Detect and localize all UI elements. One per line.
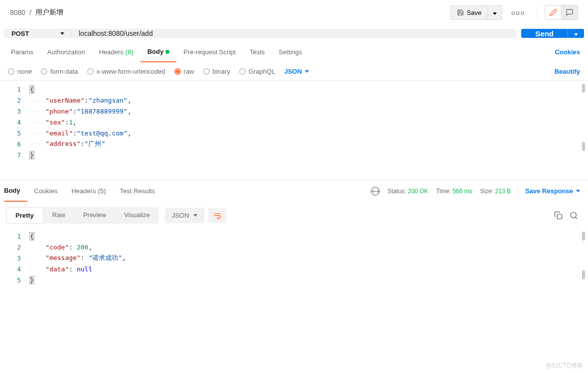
globe-icon[interactable]	[371, 187, 380, 196]
wrap-lines-button[interactable]	[208, 208, 226, 223]
tab-params[interactable]: Params	[4, 42, 40, 62]
body-type-formdata[interactable]: form-data	[41, 68, 78, 75]
breadcrumb-current[interactable]: 用户新增	[35, 8, 63, 17]
line-number: 2	[0, 244, 30, 251]
resp-tab-body[interactable]: Body	[4, 180, 27, 202]
tab-settings[interactable]: Settings	[272, 42, 309, 62]
scrollbar-thumb[interactable]	[582, 232, 585, 241]
chevron-down-icon	[574, 33, 578, 36]
save-icon	[457, 9, 464, 16]
save-response-button[interactable]: Save Response	[525, 187, 584, 195]
beautify-link[interactable]: Beautify	[555, 68, 580, 75]
line-number: 4	[0, 265, 30, 273]
line-number: 3	[0, 254, 30, 262]
line-number: 4	[0, 119, 30, 126]
radio-icon	[41, 68, 47, 75]
view-pretty[interactable]: Pretty	[6, 207, 43, 224]
line-number: 1	[0, 86, 30, 93]
body-type-raw[interactable]: raw	[174, 68, 194, 75]
line-number: 3	[0, 108, 30, 115]
http-method-value: POST	[11, 30, 29, 37]
resp-headers-count: (5)	[98, 187, 106, 195]
scrollbar-thumb[interactable]	[582, 84, 585, 93]
line-number: 5	[0, 129, 30, 137]
save-button[interactable]: Save	[450, 5, 488, 20]
comment-icon-button[interactable]	[562, 5, 578, 20]
scrollbar-thumb[interactable]	[582, 270, 585, 279]
size-label: Size:	[480, 188, 494, 195]
radio-icon	[87, 68, 94, 75]
radio-icon	[174, 68, 181, 75]
resp-tab-cookies[interactable]: Cookies	[27, 180, 65, 202]
size-value: 213 B	[495, 188, 511, 195]
radio-icon	[203, 68, 210, 75]
radio-icon	[8, 68, 14, 75]
radio-icon	[239, 68, 246, 75]
http-method-select[interactable]: POST	[4, 29, 72, 37]
line-number: 6	[0, 140, 30, 148]
copy-icon[interactable]	[554, 211, 563, 220]
edit-icon-button[interactable]	[545, 5, 562, 20]
view-preview[interactable]: Preview	[74, 207, 115, 224]
body-type-urlencoded[interactable]: x-www-form-urlencoded	[87, 68, 165, 75]
chevron-down-icon	[305, 70, 309, 73]
response-type-select[interactable]: JSON	[165, 208, 204, 223]
tab-headers-label: Headers	[99, 48, 124, 56]
send-button[interactable]: Send	[521, 29, 568, 38]
headers-count: (8)	[126, 48, 134, 56]
scrollbar-thumb[interactable]	[582, 142, 585, 151]
save-label: Save	[467, 9, 482, 16]
view-raw[interactable]: Raw	[43, 207, 74, 224]
request-body-editor[interactable]: 1{ 2····"userName":"zhangsan", 3····"pho…	[0, 81, 588, 180]
body-type-graphql[interactable]: GraphQL	[239, 68, 275, 75]
status-value: 200 OK	[408, 188, 429, 195]
chevron-down-icon	[193, 214, 197, 217]
svg-rect-1	[557, 214, 562, 219]
more-actions-button[interactable]: ooo	[506, 6, 530, 19]
breadcrumb-sep: /	[29, 8, 31, 16]
tab-tests[interactable]: Tests	[243, 42, 272, 62]
resp-tab-testresults[interactable]: Test Results	[113, 180, 162, 202]
breadcrumb-parent[interactable]: 8080	[10, 8, 25, 16]
body-type-binary[interactable]: binary	[203, 68, 230, 75]
tab-authorization[interactable]: Authorization	[40, 42, 92, 62]
status-label: Status:	[388, 188, 406, 195]
chevron-down-icon	[60, 32, 64, 35]
divider	[537, 5, 538, 19]
search-icon[interactable]	[570, 211, 578, 220]
breadcrumb: 8080 / 用户新增	[10, 8, 63, 17]
modified-dot-icon	[165, 50, 169, 54]
tab-body[interactable]: Body	[141, 42, 177, 62]
divider	[518, 186, 518, 196]
cookies-link[interactable]: Cookies	[555, 48, 584, 56]
raw-type-select[interactable]: JSON	[284, 68, 308, 75]
line-number: 1	[0, 233, 30, 240]
tab-body-label: Body	[147, 48, 164, 55]
tab-headers[interactable]: Headers (8)	[92, 42, 141, 62]
save-dropdown[interactable]	[488, 5, 502, 20]
resp-tab-headers[interactable]: Headers (5)	[64, 180, 113, 202]
line-number: 5	[0, 276, 30, 284]
svg-point-2	[571, 212, 576, 218]
line-number: 7	[0, 151, 30, 159]
time-label: Time:	[436, 188, 451, 195]
time-value: 566 ms	[452, 188, 472, 195]
url-input[interactable]	[72, 29, 516, 37]
body-type-none[interactable]: none	[8, 68, 32, 75]
send-dropdown[interactable]	[568, 29, 584, 38]
view-visualize[interactable]: Visualize	[115, 207, 159, 224]
resp-headers-label: Headers	[71, 187, 96, 195]
line-number: 2	[0, 97, 30, 104]
tab-prerequest[interactable]: Pre-request Script	[176, 42, 243, 62]
response-body-viewer[interactable]: 1{ 2 "code": 200, 3 "message": "请求成功", 4…	[0, 229, 588, 293]
svg-line-3	[576, 217, 577, 219]
chevron-down-icon	[576, 190, 580, 192]
chevron-down-icon	[493, 12, 497, 15]
